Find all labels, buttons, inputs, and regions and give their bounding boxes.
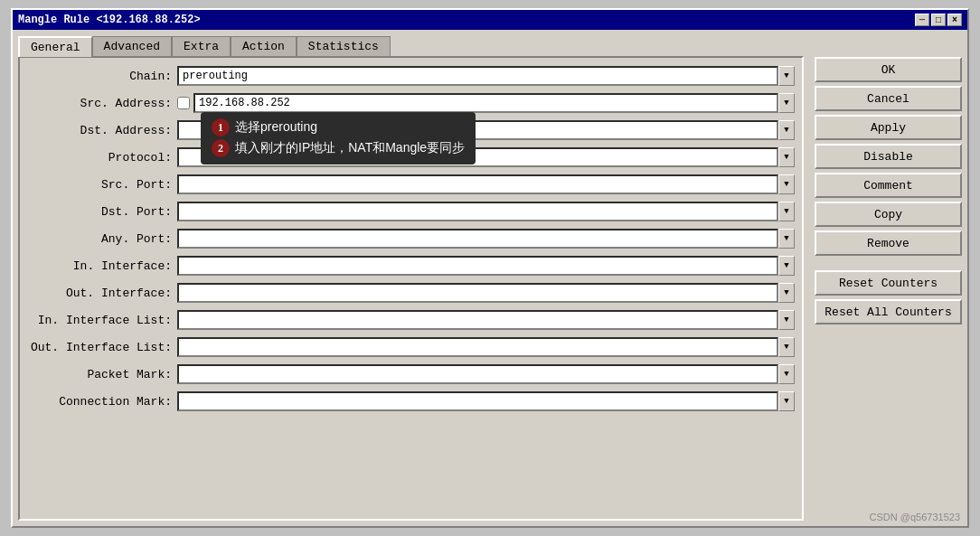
src-port-label: Src. Port: — [27, 178, 172, 192]
connection-mark-input-group: ▼ — [177, 391, 795, 411]
src-address-input[interactable] — [193, 93, 778, 113]
title-bar-buttons: ─ □ × — [915, 14, 962, 26]
reset-counters-button[interactable]: Reset Counters — [815, 270, 962, 296]
out-interface-list-row: Out. Interface List: ▼ — [27, 336, 795, 358]
any-port-dropdown-button[interactable]: ▼ — [778, 229, 795, 249]
close-button[interactable]: × — [947, 14, 962, 26]
packet-mark-dropdown-button[interactable]: ▼ — [778, 364, 795, 384]
src-port-row: Src. Port: ▼ — [27, 174, 795, 195]
protocol-label: Protocol: — [27, 151, 172, 165]
any-port-input-group: ▼ — [177, 229, 795, 249]
dst-address-row: Dst. Address: ▼ — [27, 119, 795, 141]
src-address-label: Src. Address: — [27, 97, 172, 110]
protocol-row: Protocol: ▼ — [27, 146, 795, 168]
out-interface-list-input[interactable] — [177, 337, 778, 357]
tab-extra[interactable]: Extra — [172, 36, 231, 57]
out-interface-list-input-group: ▼ — [177, 337, 795, 357]
restore-button[interactable]: □ — [931, 14, 946, 26]
chain-label: Chain: — [27, 70, 172, 83]
content-area: General Advanced Extra Action Statistics… — [13, 30, 967, 526]
packet-mark-label: Packet Mark: — [27, 368, 172, 381]
in-interface-list-dropdown-button[interactable]: ▼ — [778, 310, 795, 330]
any-port-label: Any. Port: — [27, 232, 172, 246]
out-interface-input-group: ▼ — [177, 283, 795, 303]
src-address-checkbox[interactable] — [177, 97, 190, 109]
protocol-dropdown-button[interactable]: ▼ — [778, 147, 795, 167]
in-interface-input[interactable] — [177, 256, 778, 276]
any-port-input[interactable] — [177, 229, 778, 249]
in-interface-list-label: In. Interface List: — [27, 314, 172, 327]
dst-port-row: Dst. Port: ▼ — [27, 201, 795, 222]
dst-address-label: Dst. Address: — [27, 124, 172, 137]
in-interface-row: In. Interface: ▼ — [27, 255, 795, 277]
packet-mark-input-group: ▼ — [177, 364, 795, 384]
chain-input[interactable] — [177, 66, 778, 86]
src-port-input[interactable] — [177, 174, 778, 194]
cancel-button[interactable]: Cancel — [815, 86, 962, 111]
src-port-input-group: ▼ — [177, 174, 795, 194]
tab-statistics[interactable]: Statistics — [297, 36, 391, 57]
reset-all-counters-button[interactable]: Reset All Counters — [815, 299, 962, 324]
dst-port-dropdown-button[interactable]: ▼ — [778, 202, 795, 221]
connection-mark-input[interactable] — [177, 391, 778, 411]
chain-input-group: ▼ — [177, 66, 795, 86]
chain-row: Chain: ▼ — [27, 65, 795, 87]
in-interface-list-input-group: ▼ — [177, 310, 795, 330]
in-interface-list-row: In. Interface List: ▼ — [27, 309, 795, 331]
title-bar: Mangle Rule <192.168.88.252> ─ □ × — [13, 10, 967, 30]
packet-mark-input[interactable] — [177, 364, 778, 384]
form-panel: Chain: ▼ Src. Address: ▼ — [18, 56, 804, 521]
dst-address-input[interactable] — [177, 120, 778, 140]
in-interface-label: In. Interface: — [27, 259, 172, 273]
out-interface-input[interactable] — [177, 283, 778, 303]
out-interface-dropdown-button[interactable]: ▼ — [778, 283, 795, 303]
ok-button[interactable]: OK — [815, 57, 962, 82]
src-address-dropdown-button[interactable]: ▼ — [778, 93, 795, 113]
src-port-dropdown-button[interactable]: ▼ — [778, 174, 795, 194]
packet-mark-row: Packet Mark: ▼ — [27, 363, 795, 385]
tab-general[interactable]: General — [18, 36, 92, 57]
chain-dropdown-button[interactable]: ▼ — [778, 66, 795, 86]
disable-button[interactable]: Disable — [815, 144, 962, 169]
out-interface-label: Out. Interface: — [27, 287, 172, 300]
dst-address-input-group: ▼ — [177, 120, 795, 140]
side-panel: OK Cancel Apply Disable Comment Copy Rem… — [809, 30, 967, 526]
src-address-row: Src. Address: ▼ — [27, 92, 795, 114]
main-window: Mangle Rule <192.168.88.252> ─ □ × Gener… — [11, 8, 969, 528]
copy-button[interactable]: Copy — [815, 202, 962, 227]
protocol-input-group: ▼ — [177, 147, 795, 167]
in-interface-dropdown-button[interactable]: ▼ — [778, 256, 795, 276]
out-interface-row: Out. Interface: ▼ — [27, 282, 795, 304]
minimize-button[interactable]: ─ — [915, 14, 929, 26]
watermark: CSDN @q56731523 — [870, 512, 960, 522]
out-interface-list-label: Out. Interface List: — [27, 341, 172, 354]
tab-advanced[interactable]: Advanced — [92, 36, 172, 57]
in-interface-list-input[interactable] — [177, 310, 778, 330]
comment-button[interactable]: Comment — [815, 173, 962, 198]
remove-button[interactable]: Remove — [815, 230, 962, 256]
window-title: Mangle Rule <192.168.88.252> — [18, 14, 201, 26]
main-panel: General Advanced Extra Action Statistics… — [13, 30, 809, 526]
any-port-row: Any. Port: ▼ — [27, 228, 795, 249]
connection-mark-row: Connection Mark: ▼ — [27, 390, 795, 412]
dst-address-dropdown-button[interactable]: ▼ — [778, 120, 795, 140]
tab-bar: General Advanced Extra Action Statistics — [18, 35, 804, 56]
dst-port-input-group: ▼ — [177, 202, 795, 221]
connection-mark-label: Connection Mark: — [27, 395, 172, 409]
in-interface-input-group: ▼ — [177, 256, 795, 276]
out-interface-list-dropdown-button[interactable]: ▼ — [778, 337, 795, 357]
dst-port-label: Dst. Port: — [27, 205, 172, 219]
src-address-input-group: ▼ — [177, 93, 795, 113]
connection-mark-dropdown-button[interactable]: ▼ — [778, 391, 795, 411]
protocol-input[interactable] — [177, 147, 778, 167]
dst-port-input[interactable] — [177, 202, 778, 221]
apply-button[interactable]: Apply — [815, 115, 962, 140]
tab-action[interactable]: Action — [231, 36, 297, 57]
